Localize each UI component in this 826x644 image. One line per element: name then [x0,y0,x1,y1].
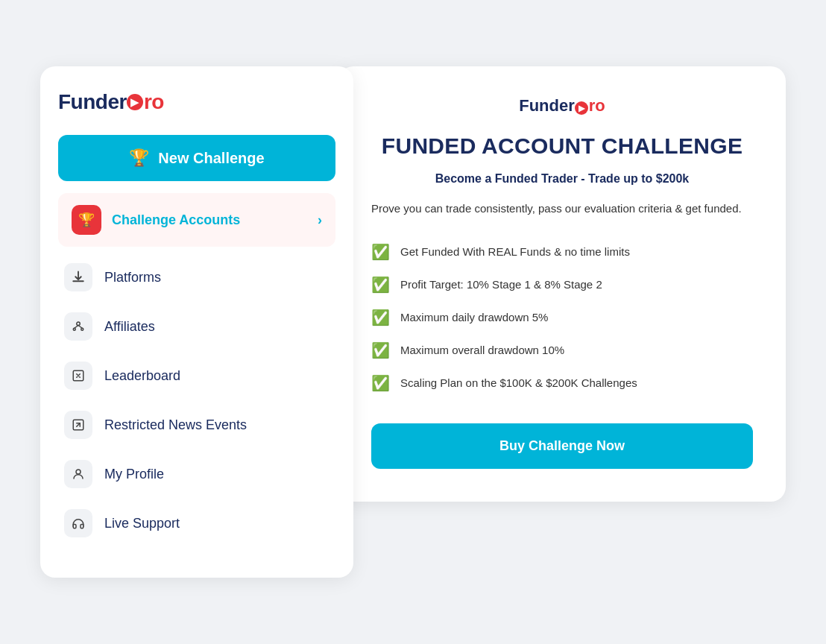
main-content-card: Funder▶ro FUNDED ACCOUNT CHALLENGE Becom… [338,66,786,502]
challenge-accounts-item[interactable]: 🏆 Challenge Accounts › [58,193,335,247]
challenge-subtitle: Become a Funded Trader - Trade up to $20… [371,172,753,186]
challenge-accounts-icon: 🏆 [72,205,101,235]
sidebar-item-leaderboard[interactable]: Leaderboard [58,351,335,400]
feature-item-3: ✅ Maximum daily drawdown 5% [371,301,753,334]
feature-item-1: ✅ Get Funded With REAL Funds & no time l… [371,236,753,268]
my-profile-label: My Profile [104,467,164,482]
svg-line-3 [75,326,78,329]
sidebar-item-restricted-news[interactable]: Restricted News Events [58,400,335,449]
feature-item-2: ✅ Profit Target: 10% Stage 1 & 8% Stage … [371,268,753,301]
feature-text-1: Get Funded With REAL Funds & no time lim… [400,245,630,258]
leaderboard-label: Leaderboard [104,368,180,384]
buy-challenge-button[interactable]: Buy Challenge Now [371,423,753,469]
new-challenge-label: New Challenge [158,150,264,167]
main-logo-arrow: ▶ [575,101,588,115]
check-icon-2: ✅ [371,276,390,294]
check-icon-3: ✅ [371,309,390,326]
challenge-accounts-label: Challenge Accounts [112,212,307,228]
restricted-news-icon [64,411,92,439]
feature-item-5: ✅ Scaling Plan on the $100K & $200K Chal… [371,367,753,400]
chevron-right-icon: › [318,212,322,228]
check-icon-5: ✅ [371,374,390,392]
feature-text-3: Maximum daily drawdown 5% [400,311,548,323]
profile-icon [64,460,92,488]
sidebar-logo: Funder ▶ ro [58,90,335,114]
sidebar-item-affiliates[interactable]: Affiliates [58,302,335,351]
feature-item-4: ✅ Maximum overall drawdown 10% [371,334,753,367]
sidebar-item-live-support[interactable]: Live Support [58,499,335,548]
live-support-label: Live Support [104,516,180,531]
platforms-label: Platforms [104,270,161,285]
sidebar-item-my-profile[interactable]: My Profile [58,449,335,499]
main-logo: Funder▶ro [371,96,753,116]
logo-funder-text: Funder [58,90,127,114]
support-icon [64,509,92,537]
logo-pro-text: ro [144,90,164,114]
challenge-title: FUNDED ACCOUNT CHALLENGE [371,133,753,159]
challenge-description: Prove you can trade consistently, pass o… [371,201,753,218]
leaderboard-icon [64,362,92,390]
sidebar: Funder ▶ ro 🏆 New Challenge 🏆 Challenge … [40,66,353,578]
check-icon-1: ✅ [371,243,390,261]
restricted-news-label: Restricted News Events [104,417,247,433]
sidebar-item-platforms[interactable]: Platforms [58,253,335,302]
affiliates-label: Affiliates [104,319,155,335]
svg-line-4 [78,326,82,329]
feature-text-2: Profit Target: 10% Stage 1 & 8% Stage 2 [400,278,602,291]
trophy-icon: 🏆 [129,148,149,168]
main-logo-pro: ro [589,96,605,115]
feature-list: ✅ Get Funded With REAL Funds & no time l… [371,236,753,400]
download-icon [64,263,92,291]
feature-text-4: Maximum overall drawdown 10% [400,344,564,356]
affiliates-icon [64,312,92,341]
check-icon-4: ✅ [371,341,390,359]
new-challenge-button[interactable]: 🏆 New Challenge [58,135,335,181]
logo-arrow-icon: ▶ [127,94,143,110]
feature-text-5: Scaling Plan on the $100K & $200K Challe… [400,376,637,389]
svg-point-7 [76,470,81,474]
main-logo-funder: Funder [519,96,575,115]
